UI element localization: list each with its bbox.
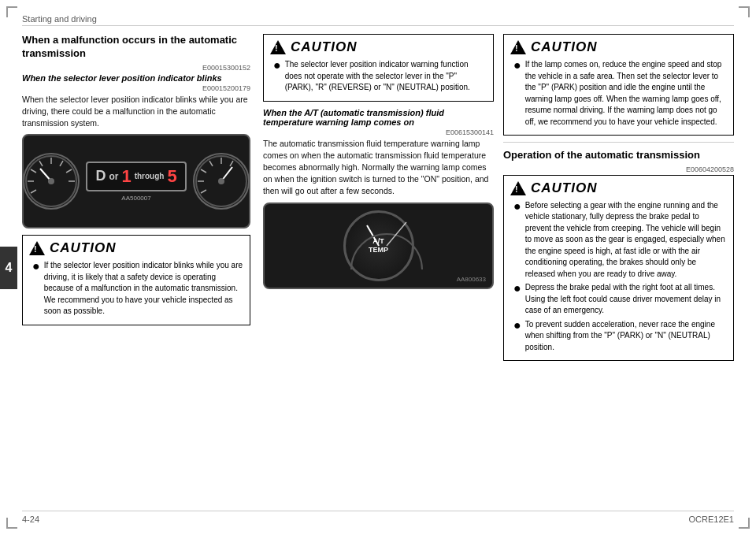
caution-bullet-middle: ● The selector lever position indicator … (270, 59, 487, 94)
middle-column: CAUTION ● The selector lever position in… (263, 34, 494, 367)
page: 4 Starting and driving When a malfunctio… (0, 0, 756, 535)
ref-code-2: E00015200179 (22, 84, 250, 92)
italic-heading-selector: When the selector lever position indicat… (22, 73, 250, 83)
caution-bullet-item-op-1: ● Before selecting a gear with the engin… (513, 200, 727, 281)
speedometer-gauge (23, 153, 80, 210)
at-temp-gauge: A/TTEMP (343, 210, 414, 281)
right-columns: CAUTION ● The selector lever position in… (263, 34, 734, 367)
body-text-at-temp: The automatic transmission fluid tempera… (263, 138, 494, 198)
ref-code-3: E00615300141 (263, 128, 494, 136)
corner-tl (6, 6, 17, 17)
page-footer: 4-24 OCRE12E1 (22, 511, 734, 524)
caution-bullet-right-top: ● If the lamp comes on, reduce the engin… (510, 59, 727, 128)
operation-title: Operation of the automatic transmission (503, 149, 734, 162)
caution-header-operation: CAUTION (510, 180, 727, 196)
caution-header-middle: CAUTION (270, 39, 487, 55)
caution-bullet-item-op-3: ● To prevent sudden acceleration, never … (513, 319, 727, 354)
corner-tr (739, 6, 750, 17)
caution-triangle-icon-left (29, 241, 45, 255)
caution-header-right-top: CAUTION (510, 39, 727, 55)
caution-header-left: CAUTION (29, 240, 243, 256)
ref-code-4: E00604200528 (503, 165, 734, 173)
at-temp-cluster-image: A/TTEMP AA800633 (263, 202, 494, 289)
svg-point-19 (218, 178, 224, 184)
caution-title-operation: CAUTION (531, 180, 597, 196)
main-content: When a malfunction occurs in the automat… (22, 34, 734, 367)
caution-box-operation: CAUTION ● Before selecting a gear with t… (503, 175, 734, 362)
italic-heading-at-temp: When the A/T (automatic transmission) fl… (263, 108, 494, 127)
caution-title-left: CAUTION (50, 240, 116, 256)
footer-doc-code: OCRE12E1 (689, 515, 734, 524)
caution-triangle-icon-right-top (510, 40, 526, 54)
footer-page-number: 4-24 (22, 515, 39, 524)
section-divider (503, 142, 734, 143)
caution-box-right-top: CAUTION ● If the lamp comes on, reduce t… (503, 34, 734, 136)
corner-br (739, 518, 750, 529)
body-text-selector: When the selector lever position indicat… (22, 94, 250, 130)
svg-point-10 (48, 178, 54, 184)
at-cluster-label: AA800633 (457, 276, 486, 283)
page-header: Starting and driving (22, 14, 734, 26)
caution-box-middle: CAUTION ● The selector lever position in… (263, 34, 494, 102)
caution-bullet-left: ● If the selector lever position indicat… (29, 260, 243, 318)
section-title-malfunction: When a malfunction occurs in the automat… (22, 34, 250, 61)
caution-bullet-item-left: ● If the selector lever position indicat… (32, 260, 243, 318)
chapter-tab: 4 (0, 247, 17, 289)
corner-bl (6, 518, 17, 529)
tachometer-gauge (193, 153, 250, 210)
left-column: When a malfunction occurs in the automat… (22, 34, 250, 367)
ref-code-1: E00015300152 (22, 64, 250, 72)
caution-box-left: CAUTION ● If the selector lever position… (22, 235, 250, 325)
operation-section: Operation of the automatic transmission … (503, 149, 734, 361)
caution-bullet-item-op-2: ● Depress the brake pedal with the right… (513, 282, 727, 317)
cluster-diagram-label: AA500007 (121, 195, 150, 202)
caution-title-middle: CAUTION (291, 39, 357, 55)
caution-triangle-icon-operation (510, 181, 526, 195)
gear-display: D or 1 through 5 (86, 162, 186, 191)
caution-bullets-operation: ● Before selecting a gear with the engin… (510, 200, 727, 354)
caution-triangle-icon-middle (270, 40, 286, 54)
caution-title-right-top: CAUTION (531, 39, 597, 55)
right-column: CAUTION ● If the lamp comes on, reduce t… (503, 34, 734, 367)
instrument-cluster-image: D or 1 through 5 AA500007 (22, 134, 250, 228)
